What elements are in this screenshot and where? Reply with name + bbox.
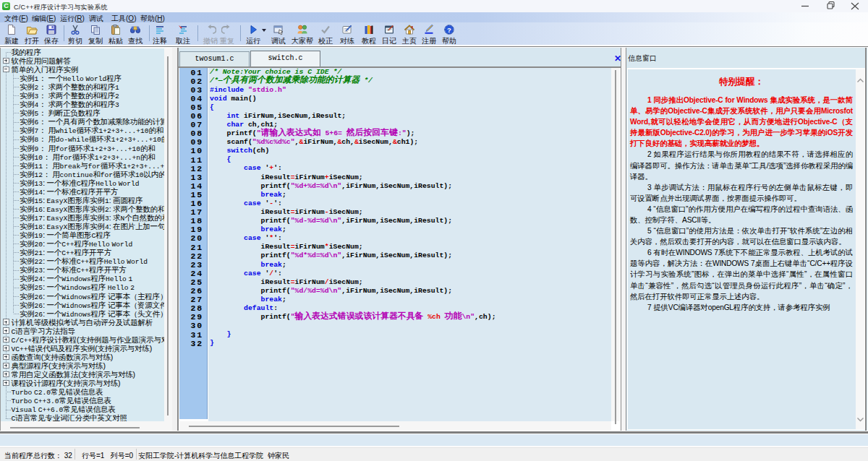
svg-text:?: ? <box>447 26 451 34</box>
